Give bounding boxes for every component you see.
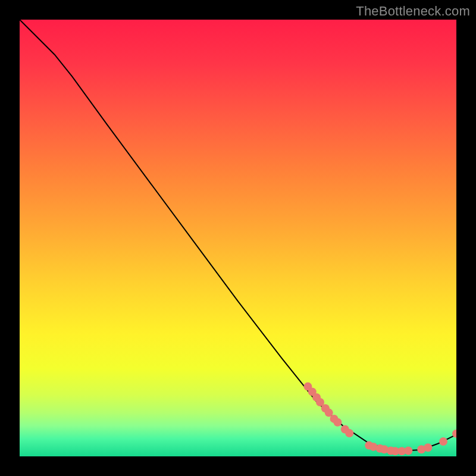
data-point xyxy=(345,429,353,437)
scatter-points xyxy=(303,383,456,456)
data-point xyxy=(439,437,447,446)
data-point xyxy=(404,447,412,455)
watermark-text: TheBottleneck.com xyxy=(356,4,470,19)
data-point xyxy=(424,443,432,452)
chart-svg xyxy=(20,20,456,456)
plot-area xyxy=(20,20,456,456)
data-point xyxy=(333,418,342,427)
curve-line xyxy=(20,20,456,451)
chart-container: TheBottleneck.com xyxy=(0,0,476,476)
